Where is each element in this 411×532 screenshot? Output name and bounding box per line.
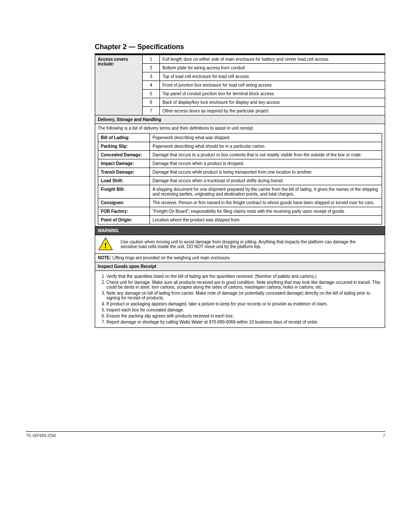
term-label: Point of Origin: [98, 216, 150, 224]
footer-left: TK-WFMN-IOM [26, 433, 56, 438]
list-item: Verify that the quantities listed on the… [106, 274, 382, 279]
term-label: Impact Damage: [98, 159, 150, 168]
term-label: Transit Damage: [98, 168, 150, 177]
term-label: Consignee: [98, 199, 150, 207]
term-label: Load Shift: [98, 177, 150, 185]
svg-text:!: ! [104, 242, 106, 249]
term-label: Bill of Lading: [98, 134, 150, 142]
access-header: Access covers include: [95, 55, 143, 115]
term-row: Consignee:The receiver. Person or firm n… [98, 199, 382, 207]
table-row: Inspect Goods upon Receipt [95, 262, 385, 271]
access-id: 3 [143, 72, 160, 81]
steps-list: Verify that the quantities listed on the… [106, 274, 382, 324]
term-def: Paperwork describing what was shipped. [150, 134, 382, 142]
term-row: Impact Damage:Damage that occurs when a … [98, 159, 382, 168]
term-row: Point of Origin:Location where the produ… [98, 216, 382, 224]
delivery-header: Delivery, Storage and Handling [95, 115, 385, 124]
term-label: FOB Factory: [98, 207, 150, 216]
page-title: Chapter 2 — Specifications [95, 43, 385, 51]
term-def: "Freight On Board"; responsibility for f… [150, 207, 382, 216]
term-label: Packing Slip: [98, 142, 150, 151]
access-text: Top of load cell enclosure for load cell… [160, 72, 385, 81]
term-label: Concealed Damage: [98, 151, 150, 159]
inspect-header: Inspect Goods upon Receipt [95, 262, 385, 271]
term-row: Transit Damage:Damage that occurs while … [98, 168, 382, 177]
inspect-body: Verify that the quantities listed on the… [95, 271, 385, 328]
table-row: WARNING [95, 227, 385, 235]
term-row: Packing Slip:Paperwork describing what s… [98, 142, 382, 151]
access-id: 5 [143, 90, 160, 98]
term-def: The receiver. Person or firm named in th… [150, 199, 382, 207]
term-row: FOB Factory:"Freight On Board"; responsi… [98, 207, 382, 216]
note-text: Lifting rings are provided on the weighi… [112, 255, 231, 260]
note-cell: NOTE: Lifting rings are provided on the … [95, 254, 385, 262]
access-id: 1 [143, 55, 160, 64]
term-row: Concealed Damage:Damage that occurs to a… [98, 151, 382, 159]
term-def: Damage that occurs to a product or box c… [150, 151, 382, 159]
access-text: Other access doors as required by the pa… [160, 107, 385, 115]
access-id: 4 [143, 81, 160, 90]
list-item: Note any damage on bill of lading from c… [106, 291, 382, 300]
access-text: Top panel of conduit junction box for te… [160, 90, 385, 98]
warning-cell: ! Use caution when moving unit to avoid … [95, 235, 385, 254]
term-row: Bill of Lading:Paperwork describing what… [98, 134, 382, 142]
term-def: Damage that occurs while product is bein… [150, 168, 382, 177]
table-row: The following is a list of delivery term… [95, 124, 385, 227]
table-row: ! Use caution when moving unit to avoid … [95, 235, 385, 254]
delivery-intro: The following is a list of delivery term… [98, 126, 382, 131]
term-row: Load Shift:Damage that occurs when a tru… [98, 177, 382, 185]
table-row: Verify that the quantities listed on the… [95, 271, 385, 328]
access-id: 2 [143, 64, 160, 72]
access-text: Bottom plate for wiring access from cond… [160, 64, 385, 72]
access-text: Front of junction box enclosure for load… [160, 81, 385, 90]
page-footer: TK-WFMN-IOM 7 [26, 431, 385, 438]
access-id: 6 [143, 98, 160, 107]
term-def: Paperwork describing what should be in a… [150, 142, 382, 151]
note-label: NOTE: [98, 255, 111, 260]
table-row: Access covers include: 1 Full length doo… [95, 55, 385, 64]
terms-table: Bill of Lading:Paperwork describing what… [98, 133, 382, 224]
list-item: If product or packaging appears damaged,… [106, 302, 382, 306]
spec-table: Access covers include: 1 Full length doo… [95, 55, 385, 328]
term-def: Location where the product was shipped f… [150, 216, 382, 224]
access-id: 7 [143, 107, 160, 115]
delivery-body: The following is a list of delivery term… [95, 124, 385, 227]
list-item: Check unit for damage. Make sure all pro… [106, 280, 382, 289]
warning-bar: WARNING [95, 227, 385, 235]
warning-icon: ! [98, 237, 115, 252]
term-label: Freight Bill: [98, 185, 150, 199]
access-text: Full length door on either side of main … [160, 55, 385, 64]
table-row: Delivery, Storage and Handling [95, 115, 385, 124]
footer-right: 7 [383, 433, 385, 438]
term-row: Freight Bill:A shipping document for one… [98, 185, 382, 199]
term-def: Damage that occurs when a truckload of p… [150, 177, 382, 185]
term-def: Damage that occurs when a product is dro… [150, 159, 382, 168]
list-item: Inspect each box for concealed damage. [106, 308, 382, 312]
list-item: Report damage or shortage by calling Wat… [106, 320, 382, 324]
term-def: A shipping document for one shipment pre… [150, 185, 382, 199]
table-row: NOTE: Lifting rings are provided on the … [95, 254, 385, 262]
access-text: Back of display/key lock enclosure for d… [160, 98, 385, 107]
list-item: Ensure the packing slip agrees with prod… [106, 314, 382, 318]
warning-text: Use caution when moving unit to avoid da… [121, 240, 362, 249]
